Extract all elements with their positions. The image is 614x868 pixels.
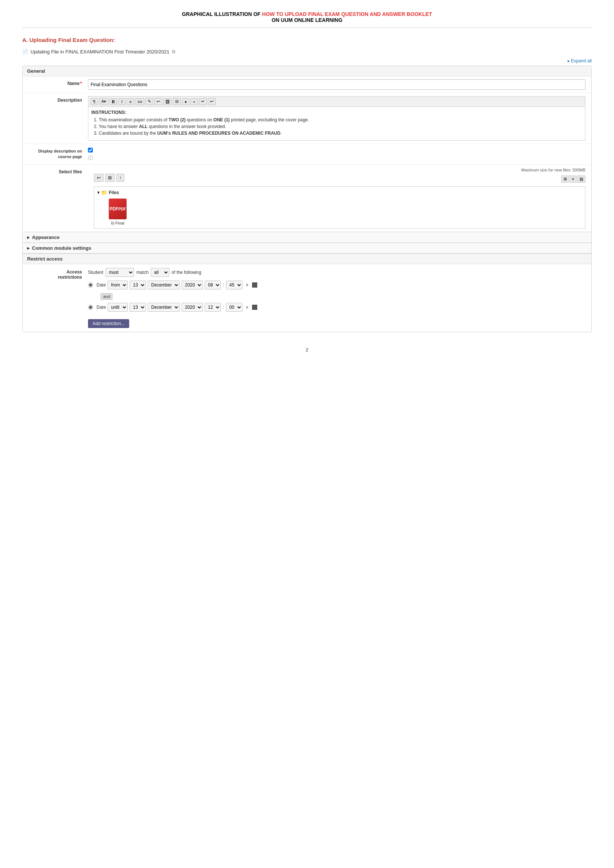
display-checkbox-row (88, 148, 585, 152)
access-restrictions-label: Access restrictions (29, 268, 88, 280)
select-files-row: Select files Maximum size for new files:… (23, 165, 591, 232)
general-section-header[interactable]: General (23, 66, 591, 76)
name-field-container (88, 79, 585, 90)
toolbar-list2[interactable]: ≡≡ (135, 98, 144, 105)
block-date2-btn[interactable] (252, 305, 257, 310)
toolbar-fontsize[interactable]: A▾ (99, 98, 109, 105)
remove-date2-btn[interactable]: × (244, 304, 250, 310)
info-icon[interactable]: ⓘ (88, 155, 585, 161)
file-update-bar: 📄 Updating File in FINAL EXAMINATION Fir… (22, 49, 592, 54)
colon-1: : (223, 282, 224, 288)
block-date1-btn[interactable] (252, 282, 257, 288)
name-input[interactable] (88, 79, 585, 90)
toolbar-italic[interactable]: I (118, 98, 126, 105)
month1-select[interactable]: December (148, 281, 180, 290)
editor-body[interactable]: INSTRUCTIONS: This examination paper con… (88, 107, 585, 141)
common-module-section-header[interactable]: Common module settings (23, 243, 591, 253)
date-radio-2[interactable] (88, 305, 93, 310)
name-row: Name* (23, 76, 591, 93)
add-restriction-button[interactable]: Add restriction... (88, 319, 129, 328)
instruction-1: This examination paper consists of TWO (… (99, 117, 582, 122)
min1-select[interactable]: 45 (226, 281, 242, 290)
select-files-content: Maximum size for new files: 500MB ↩ ⊞ ↑ … (94, 168, 585, 229)
main-title: GRAPHICAL ILLUSTRATION OF HOW TO UPLOAD … (22, 11, 592, 23)
and-label-container: and (88, 292, 585, 301)
student-text: Student (88, 270, 103, 275)
toolbar-link[interactable]: ✎ (146, 98, 154, 105)
pdf-icon[interactable]: PDF (109, 198, 127, 219)
files-list: PDF ii) Final (97, 198, 582, 225)
instruction-3: Candidates are bound by the UUM's RULES … (99, 131, 582, 136)
view-list-btn[interactable]: ≡ (570, 175, 577, 183)
month2-select[interactable]: December (148, 303, 180, 312)
files-folder-label: Files (109, 190, 119, 195)
section-a-title: A. Uploading Final Exam Question: (22, 37, 592, 43)
restrict-access-header[interactable]: Restrict access (23, 254, 591, 264)
day1-select[interactable]: 13 (130, 281, 146, 290)
appearance-section-header[interactable]: Appearance (23, 232, 591, 243)
expand-all-button[interactable]: ▸ Expand all (22, 58, 592, 64)
file-add-btn[interactable]: ⊞ (105, 174, 115, 182)
pdf-file-item: PDF ii) Final (105, 198, 131, 225)
from-select[interactable]: from until (108, 281, 128, 290)
toolbar-redo[interactable]: ↩ (208, 98, 216, 105)
view-grid-btn[interactable]: ⊞ (561, 175, 569, 183)
toolbar-undo[interactable]: ↵ (199, 98, 207, 105)
display-row: Display description on course page ⓘ (23, 144, 591, 165)
day2-select[interactable]: 13 (130, 303, 146, 312)
file-back-btn[interactable]: ↩ (94, 174, 104, 182)
page-header: GRAPHICAL ILLUSTRATION OF HOW TO UPLOAD … (22, 11, 592, 28)
hour2-select[interactable]: 12 (205, 303, 221, 312)
folder-triangle[interactable]: ▾ (97, 190, 99, 195)
display-checkbox[interactable] (88, 148, 93, 152)
display-label: Display description on course page (29, 147, 88, 160)
date-radio-1[interactable] (88, 282, 93, 288)
toolbar-list1[interactable]: ≡ (127, 98, 134, 105)
toolbar-special1[interactable]: ♦ (182, 98, 189, 105)
date-from-row: Date from until 13 December 2020 (88, 281, 585, 290)
toolbar-paragraph[interactable]: ¶ (91, 98, 98, 105)
remove-date1-btn[interactable]: × (244, 282, 250, 288)
description-editor: ¶ A▾ B I ≡ ≡≡ ✎ ↩ 🖼 ⊟ ♦ ▪ ↵ ↩ INSTRUCTIO… (88, 96, 585, 141)
toolbar-bold[interactable]: B (110, 98, 117, 105)
min2-select[interactable]: 00 (226, 303, 242, 312)
file-upload-btn[interactable]: ↑ (116, 174, 124, 182)
instruction-2: You have to answer ALL questions in the … (99, 124, 582, 129)
access-content: Student must must not match all any of t… (88, 268, 585, 328)
of-following-text: of the following (172, 270, 201, 275)
add-restriction-container: Add restriction... (88, 315, 585, 328)
editor-toolbar: ¶ A▾ B I ≡ ≡≡ ✎ ↩ 🖼 ⊟ ♦ ▪ ↵ ↩ (88, 96, 585, 107)
toolbar-media[interactable]: ⊟ (173, 98, 181, 105)
date-label-1: Date (96, 282, 106, 288)
toolbar-image[interactable]: 🖼 (163, 98, 172, 105)
must-select[interactable]: must must not (105, 268, 134, 277)
settings-icon[interactable]: ⚙ (172, 49, 176, 54)
until-select[interactable]: until from (108, 303, 128, 312)
common-module-label: Common module settings (32, 245, 91, 251)
toolbar-special2[interactable]: ▪ (191, 98, 198, 105)
date-label-2: Date (96, 305, 106, 310)
toolbar-unlink[interactable]: ↩ (154, 98, 162, 105)
file-doc-icon: 📄 (22, 49, 28, 54)
description-label: Description (29, 96, 88, 103)
appearance-label: Appearance (32, 234, 59, 240)
display-content: ⓘ (88, 147, 585, 161)
year1-select[interactable]: 2020 (181, 281, 203, 290)
description-row: Description ¶ A▾ B I ≡ ≡≡ ✎ ↩ 🖼 ⊟ ♦ ▪ ↵ … (23, 93, 591, 144)
form-container: General Name* Description ¶ A▾ B I ≡ ≡≡ … (22, 66, 592, 332)
restrict-access-label: Restrict access (27, 256, 62, 262)
date-until-row: Date until from 13 December 2020 (88, 303, 585, 312)
max-size-text: Maximum size for new files: 500MB (94, 168, 585, 172)
files-tree-header: ▾ 📁 Files (97, 190, 582, 195)
year2-select[interactable]: 2020 (181, 303, 203, 312)
view-detail-btn[interactable]: ▤ (577, 175, 585, 183)
view-btns: ⊞ ≡ ▤ (561, 175, 585, 183)
match-all-select[interactable]: all any (151, 268, 169, 277)
hour1-select[interactable]: 08 (205, 281, 221, 290)
folder-icon: 📁 (101, 190, 107, 195)
instructions-list: This examination paper consists of TWO (… (91, 117, 582, 136)
and-label: and (101, 293, 113, 300)
page-number: 2 (22, 347, 592, 353)
file-action-btns: ↩ ⊞ ↑ (94, 174, 124, 182)
file-update-label: Updating File in FINAL EXAMINATION First… (31, 49, 169, 54)
